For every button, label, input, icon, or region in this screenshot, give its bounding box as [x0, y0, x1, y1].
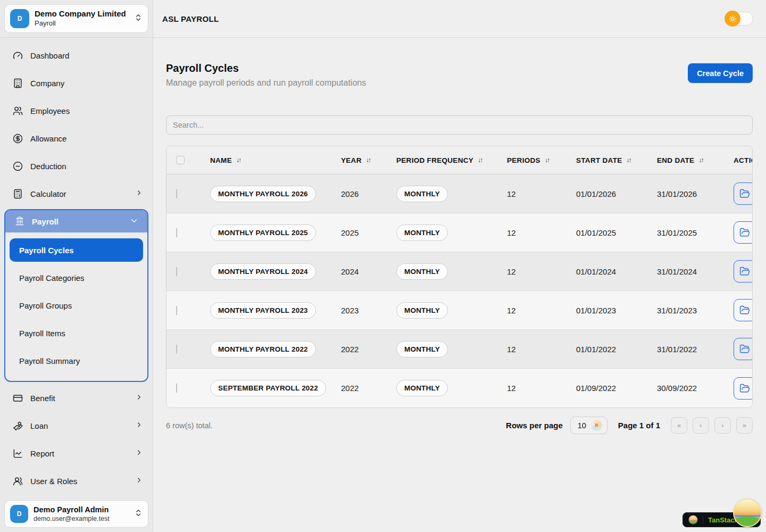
pagination-first-button[interactable]: «: [671, 417, 687, 434]
payroll-cycles-table: NAME↓↑YEAR↓↑PERIOD FREQUENCY↓↑PERIODS↓↑S…: [166, 146, 753, 408]
chevron-right-icon: [135, 421, 143, 430]
select-all-checkbox[interactable]: [176, 156, 185, 164]
open-cycle-button[interactable]: [734, 221, 752, 244]
cycle-end-date: 31/01/2026: [647, 189, 727, 198]
sidebar-item-user-roles[interactable]: User & Roles: [0, 467, 153, 495]
row-checkbox[interactable]: [176, 306, 177, 315]
sidebar-item-payroll[interactable]: Payroll: [5, 210, 147, 232]
sidebar-item-label: Allowance: [30, 134, 66, 143]
sidebar-item-benefit[interactable]: Benefit: [0, 384, 153, 412]
column-header-name: NAME↓↑: [201, 156, 331, 164]
sidebar-item-payroll-categories[interactable]: Payroll Categories: [5, 264, 147, 292]
pagination-last-button[interactable]: »: [736, 417, 753, 434]
rows-per-page-value: 10: [578, 421, 586, 430]
open-cycle-button[interactable]: [734, 299, 752, 321]
sidebar-item-deduction[interactable]: Deduction: [0, 152, 153, 180]
column-label: NAME: [210, 156, 232, 164]
row-checkbox[interactable]: [176, 189, 177, 198]
sidebar-item-employees[interactable]: Employees: [0, 97, 153, 124]
tanstack-logo-icon: [688, 515, 698, 525]
folder-open-icon: [739, 227, 750, 238]
sidebar-item-loan[interactable]: Loan: [0, 412, 153, 439]
sort-icon[interactable]: ↓↑: [627, 156, 631, 164]
users-icon: [13, 106, 23, 116]
column-label: PERIODS: [507, 156, 540, 164]
open-cycle-button[interactable]: [734, 182, 752, 205]
company-subtitle: Payroll: [35, 19, 129, 28]
rows-per-page-select[interactable]: 10 ✕: [570, 417, 607, 434]
user-email: demo.user@example.test: [34, 514, 129, 523]
sidebar-item-allowance[interactable]: Allowance: [0, 124, 153, 152]
topbar: ASL PAYROLL: [153, 0, 766, 38]
frequency-badge: MONTHLY: [396, 380, 448, 396]
company-switcher[interactable]: D Demo Company Limited Payroll: [4, 4, 148, 33]
sort-icon[interactable]: ↓↑: [366, 156, 370, 164]
payroll-nav-group: Payroll Payroll Cycles Payroll Categorie…: [4, 209, 148, 382]
user-name: Demo Payroll Admin: [34, 505, 129, 514]
open-cycle-button[interactable]: [734, 260, 752, 282]
sidebar-item-payroll-cycles[interactable]: Payroll Cycles: [10, 238, 143, 262]
sun-icon: [725, 11, 740, 27]
company-name: Demo Company Limited: [35, 9, 129, 19]
cycle-end-date: 31/01/2022: [647, 345, 727, 354]
circle-dollar-icon: [13, 134, 23, 144]
sidebar-item-payroll-summary[interactable]: Payroll Summary: [5, 347, 147, 375]
row-checkbox[interactable]: [176, 267, 177, 276]
column-label: ACTION: [734, 156, 752, 164]
building-icon: [13, 78, 23, 88]
sidebar-item-label: Company: [30, 79, 64, 88]
chevron-right-icon: [135, 189, 143, 198]
sidebar-item-label: Payroll Summary: [19, 356, 80, 365]
row-checkbox[interactable]: [176, 228, 177, 237]
cycle-year: 2024: [331, 267, 387, 276]
sidebar: D Demo Company Limited Payroll Dashboard…: [0, 0, 153, 532]
open-cycle-button[interactable]: [734, 377, 752, 400]
page-title: Payroll Cycles: [166, 62, 366, 74]
cycle-start-date: 01/01/2024: [567, 267, 647, 276]
table-body: MONTHLY PAYROLL 20262026MONTHLY1201/01/2…: [166, 174, 752, 408]
sort-icon[interactable]: ↓↑: [545, 156, 549, 164]
folder-open-icon: [739, 344, 750, 354]
sidebar-item-payroll-items[interactable]: Payroll Items: [5, 319, 147, 347]
column-header-period-frequency: PERIOD FREQUENCY↓↑: [387, 156, 497, 164]
table-row: MONTHLY PAYROLL 20242024MONTHLY1201/01/2…: [166, 252, 752, 291]
tanstack-big-logo[interactable]: [733, 498, 762, 527]
create-cycle-button[interactable]: Create Cycle: [688, 63, 753, 83]
pagination-prev-button[interactable]: ‹: [693, 417, 709, 434]
user-menu[interactable]: D Demo Payroll Admin demo.user@example.t…: [4, 500, 148, 528]
pagination-next-button[interactable]: ›: [714, 417, 731, 434]
table-row: MONTHLY PAYROLL 20232023MONTHLY1201/01/2…: [166, 291, 752, 330]
row-checkbox[interactable]: [176, 384, 177, 393]
sidebar-item-company[interactable]: Company: [0, 69, 153, 97]
sidebar-item-label: Payroll Cycles: [19, 246, 74, 255]
row-checkbox[interactable]: [176, 345, 177, 354]
credit-card-icon: [13, 393, 23, 403]
chevron-down-icon: [129, 216, 139, 227]
sidebar-item-label: Report: [30, 449, 54, 458]
search-input[interactable]: [166, 115, 753, 135]
frequency-badge: MONTHLY: [396, 186, 448, 202]
sort-icon[interactable]: ↓↑: [236, 156, 240, 164]
sidebar-item-calculator[interactable]: Calculator: [0, 180, 153, 207]
sidebar-item-label: Benefit: [30, 394, 55, 403]
theme-toggle[interactable]: [726, 12, 753, 26]
sidebar-item-label: Calculator: [30, 189, 66, 198]
sidebar-item-payroll-groups[interactable]: Payroll Groups: [5, 292, 147, 319]
sort-icon[interactable]: ↓↑: [698, 156, 703, 164]
sort-icon[interactable]: ↓↑: [478, 156, 482, 164]
sidebar-item-label: User & Roles: [30, 477, 77, 486]
sidebar-item-label: Employees: [30, 106, 70, 115]
open-cycle-button[interactable]: [734, 338, 752, 360]
sidebar-item-report[interactable]: Report: [0, 439, 153, 467]
cycle-end-date: 31/01/2025: [647, 228, 727, 237]
app-title: ASL PAYROLL: [162, 14, 219, 23]
sidebar-item-dashboard[interactable]: Dashboard: [0, 41, 153, 69]
column-label: END DATE: [657, 156, 694, 164]
select-indicator-icon: ✕: [591, 420, 602, 431]
sidebar-item-label: Dashboard: [30, 51, 69, 60]
cycle-name-badge: MONTHLY PAYROLL 2025: [210, 225, 316, 241]
cycle-year: 2026: [331, 189, 387, 198]
folder-open-icon: [739, 266, 750, 277]
main-area: ASL PAYROLL Payroll Cycles Manage payrol…: [153, 0, 766, 532]
cycle-name-badge: MONTHLY PAYROLL 2024: [210, 263, 316, 280]
